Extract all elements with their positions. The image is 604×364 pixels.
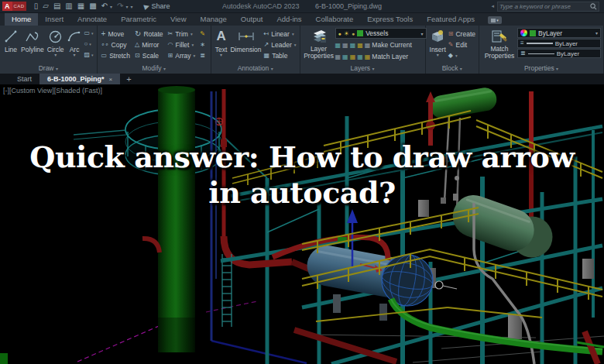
tab-view[interactable]: View [163,13,193,26]
ellipse-button[interactable]: ○ ▾ [84,39,94,49]
leader-button[interactable]: ↗Leader▾ [264,39,297,50]
lineweight-sample [527,43,553,44]
drawing-canvas[interactable] [0,85,604,364]
save-icon[interactable]: ▤ [53,0,60,12]
tab-insert[interactable]: Insert [38,13,70,26]
edit-block-button[interactable]: ✎Edit [448,39,475,50]
tab-express-tools[interactable]: Express Tools [360,13,420,26]
search-collapse-icon[interactable]: ◂ [491,3,494,9]
undo-icon[interactable]: ↶ [101,0,108,12]
match-layer-button[interactable]: ▦ ▦ ▦ ▦ ▦ Match Layer [335,51,427,62]
erase-icon: ✎ [200,30,205,38]
layer-properties-label: Layer Properties [304,46,334,60]
dimension-button[interactable]: Dimension [228,27,263,64]
stretch-icon: ▭ [101,52,108,60]
tab-home[interactable]: Home [5,13,38,26]
array-button[interactable]: ⊞Array▾ [168,50,196,60]
dim-overlay [0,85,604,364]
file-tab-document[interactable]: 6-B-1000_Piping* × [39,74,120,84]
insert-block-button[interactable]: Insert ▾ [428,27,448,64]
copy-button[interactable]: ∘∘Copy [101,39,131,50]
circle-dropdown-icon[interactable]: ▾ [54,53,57,57]
panel-label-draw[interactable]: Draw ▾ [0,64,97,74]
tab-manage[interactable]: Manage [194,13,234,26]
redo-dropdown-icon[interactable]: ▾ [126,4,129,9]
fillet-button[interactable]: ◠Fillet▾ [168,39,196,50]
current-layer-name: Vessels [365,29,388,37]
undo-dropdown-icon[interactable]: ▾ [110,4,112,9]
polyline-button[interactable]: Polyline [19,27,46,64]
close-tab-icon[interactable]: × [109,76,113,83]
mirror-button[interactable]: △Mirror [135,39,163,50]
erase-button[interactable]: ✎ [200,29,205,39]
ribbon-display-toggle[interactable]: ▾ [488,16,502,24]
array-dropdown-icon[interactable]: ▾ [194,53,196,58]
text-button[interactable]: A Text ▾ [214,27,229,64]
ribbon: Line Polyline Circle ▾ [0,26,604,74]
tab-annotate[interactable]: Annotate [70,13,114,26]
lineweight-dropdown[interactable]: ≡ ByLayer [517,39,601,48]
fillet-dropdown-icon[interactable]: ▾ [191,43,194,47]
stretch-button[interactable]: ▭Stretch [101,50,131,60]
panel-label-modify[interactable]: Modify ▾ [98,64,211,74]
plot-icon[interactable]: ▦ [77,0,84,12]
new-tab-button[interactable]: + [120,74,137,84]
layer-dropdown[interactable]: ● ☀ ● Vessels ▾ [335,28,427,39]
hatch-icon: ▨ [84,51,91,59]
panel-label-layers[interactable]: Layers ▾ [300,64,425,74]
linetype-dropdown[interactable]: ≣ ByLayer [517,49,601,58]
tab-featured-apps[interactable]: Featured Apps [420,13,482,26]
trim-dropdown-icon[interactable]: ▾ [190,32,193,36]
line-button[interactable]: Line [2,27,19,64]
text-dropdown-icon[interactable]: ▾ [220,53,222,57]
block-attributes-button[interactable]: ◆▾ [448,50,475,60]
explode-icon: ∗ [200,41,205,49]
share-button[interactable]: ▶ Share [144,2,170,10]
drawing-viewport[interactable]: [-][Custom View][Shaded (Fast)] [0,85,604,364]
viewport-controls[interactable]: [-][Custom View][Shaded (Fast)] [3,87,102,94]
redo-icon[interactable]: ↷ [117,0,123,12]
attributes-icon: ◆ [448,52,453,60]
attributes-dropdown-icon[interactable]: ▾ [455,53,458,58]
move-button[interactable]: +Move [101,29,131,39]
rectangle-button[interactable]: ▭ ▾ [84,29,94,38]
offset-button[interactable]: ≣ [200,50,205,60]
print-icon[interactable]: ▩ [89,0,96,12]
layer-properties-button[interactable]: Layer Properties [303,27,335,64]
linear-dropdown-icon[interactable]: ▾ [292,32,294,36]
autocad-logo[interactable]: A CAD [2,2,26,12]
open-file-icon[interactable]: ▱ [43,0,49,12]
panel-label-block[interactable]: Block ▾ [426,64,479,74]
save-as-icon[interactable]: ▥ [65,0,72,12]
circle-button[interactable]: Circle ▾ [46,27,66,64]
leader-icon: ↗ [264,41,269,49]
linear-button[interactable]: ↤Linear▾ [264,29,297,39]
explode-button[interactable]: ∗ [200,39,205,50]
leader-dropdown-icon[interactable]: ▾ [294,43,297,47]
match-properties-button[interactable]: Match Properties [482,27,517,64]
document-title: 6-B-1000_Piping.dwg [315,2,382,10]
insert-dropdown-icon[interactable]: ▾ [437,53,439,57]
tab-collaborate[interactable]: Collaborate [309,13,361,26]
new-file-icon[interactable]: ▯ [34,0,39,12]
rotate-button[interactable]: ↻Rotate [135,29,163,39]
search-input[interactable] [499,3,590,10]
trim-button[interactable]: ✂Trim▾ [168,29,196,39]
hatch-button[interactable]: ▨ ▾ [84,50,94,60]
panel-label-properties[interactable]: Properties ▾ [479,64,603,74]
qat-customize-icon[interactable]: ▾ [131,4,133,9]
panel-label-annotation[interactable]: Annotation ▾ [211,64,300,74]
make-current-button[interactable]: ▦ ▦ ▦ ▦ ▦ Make Current [335,39,427,50]
table-button[interactable]: ▦Table [264,50,297,60]
search-icon[interactable] [590,3,597,10]
file-tab-start[interactable]: Start [9,74,39,84]
scale-button[interactable]: ⊡Scale [135,50,163,60]
tab-add-ins[interactable]: Add-ins [269,13,308,26]
dimension-icon [238,28,255,45]
tab-output[interactable]: Output [234,13,270,26]
object-color-dropdown[interactable]: ByLayer ▾ [517,28,601,38]
tab-parametric[interactable]: Parametric [114,13,163,26]
arc-button[interactable]: Arc ▾ [66,27,84,64]
create-block-button[interactable]: ⊞Create [448,29,475,39]
arc-dropdown-icon[interactable]: ▾ [74,53,76,57]
